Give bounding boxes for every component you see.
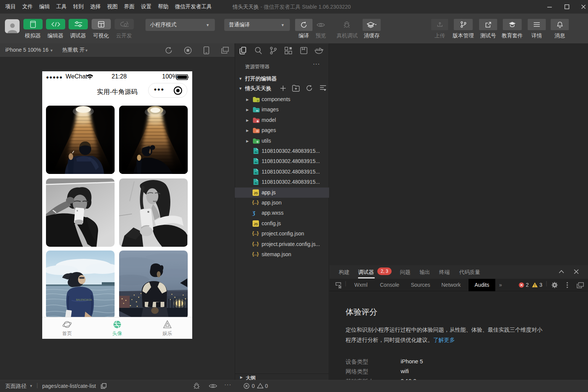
svg-text:BALENCIAGA: BALENCIAGA <box>76 298 92 301</box>
svg-text:JS: JS <box>254 191 258 195</box>
svg-text:JS: JS <box>254 222 258 226</box>
